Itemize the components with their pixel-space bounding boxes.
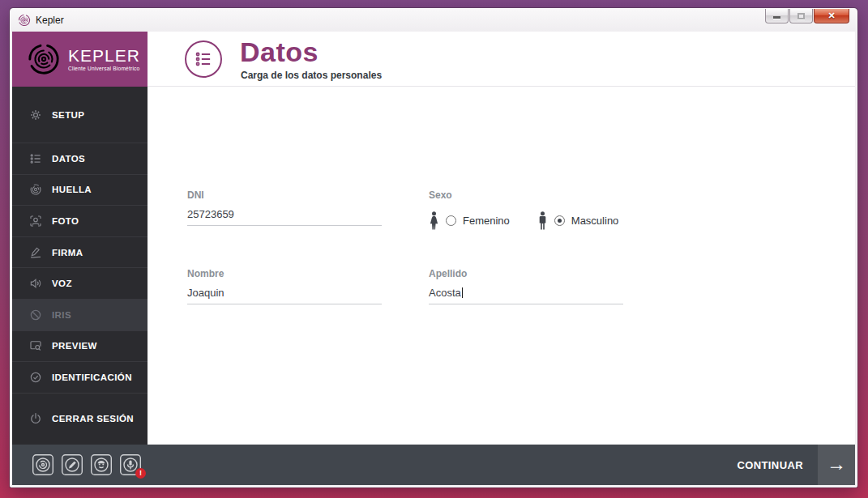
continuar-button[interactable]: CONTINUAR → xyxy=(737,445,855,485)
sidebar-item-label: SETUP xyxy=(52,110,84,120)
blocked-icon xyxy=(28,308,43,322)
sidebar: KEPLER Cliente Universal Biométrico SETU… xyxy=(12,32,148,445)
sidebar-item-label: IDENTIFICACIÓN xyxy=(52,372,132,382)
sidebar-item-label: HUELLA xyxy=(52,185,92,194)
minimize-button[interactable] xyxy=(765,9,789,23)
titlebar[interactable]: Kepler ✕ xyxy=(11,9,857,32)
continuar-arrow-box[interactable]: → xyxy=(818,445,855,485)
sidebar-item-preview[interactable]: PREVIEW xyxy=(12,330,148,362)
sidebar-menu: SETUPDATOSHUELLAFOTOFIRMAVOZIRISPREVIEWI… xyxy=(12,87,148,445)
brand-text: KEPLER Cliente Universal Biométrico xyxy=(68,47,140,72)
app-fingerprint-icon xyxy=(18,14,31,27)
sexo-option-label: Femenino xyxy=(463,215,510,227)
sidebar-item-huella[interactable]: HUELLA xyxy=(12,174,148,206)
dni-label: DNI xyxy=(187,189,382,201)
sidebar-item-label: FIRMA xyxy=(52,248,83,258)
page-title: Datos xyxy=(240,36,319,68)
radio-dot xyxy=(558,219,562,223)
sidebar-item-voz[interactable]: VOZ xyxy=(12,267,148,299)
sexo-label: Sexo xyxy=(429,189,618,201)
page-header: Datos Carga de los datos personales xyxy=(148,32,855,87)
fingerprint-icon xyxy=(28,182,43,197)
alert-badge: ! xyxy=(135,468,146,479)
sidebar-item-label: DATOS xyxy=(52,154,85,164)
dni-field: DNI 25723659 xyxy=(187,189,382,226)
check-circle-icon xyxy=(28,370,43,385)
signature-icon xyxy=(28,245,43,260)
apellido-label: Apellido xyxy=(429,268,623,279)
window-body: KEPLER Cliente Universal Biométrico SETU… xyxy=(12,32,855,485)
sidebar-item-label: CERRAR SESIÓN xyxy=(52,414,134,424)
preview-icon xyxy=(28,338,43,353)
dni-input[interactable]: 25723659 xyxy=(187,208,382,226)
sexo-option-masculino[interactable]: Masculino xyxy=(537,211,619,230)
close-button[interactable]: ✕ xyxy=(814,9,849,23)
camera-device-icon[interactable] xyxy=(90,453,113,476)
continuar-label: CONTINUAR xyxy=(737,459,818,471)
device-status-icons: ! xyxy=(32,453,142,476)
form-area: DNI 25723659 Sexo FemeninoMasculino Nomb… xyxy=(148,87,855,445)
sidebar-item-setup[interactable]: SETUP xyxy=(12,87,148,143)
sidebar-item-cerrar-sesion[interactable]: CERRAR SESIÓN xyxy=(12,393,148,445)
window-controls: ✕ xyxy=(764,9,849,23)
radio-masculino[interactable] xyxy=(554,215,565,226)
text-cursor xyxy=(462,287,463,298)
apellido-field: Apellido Acosta xyxy=(429,268,623,304)
sidebar-item-firma[interactable]: FIRMA xyxy=(12,236,148,268)
brand-tagline: Cliente Universal Biométrico xyxy=(68,66,140,72)
nombre-field: Nombre Joaquin xyxy=(187,268,382,304)
radio-femenino[interactable] xyxy=(446,215,456,226)
desktop-background: { "window": { "title": "Kepler", "close_… xyxy=(0,0,868,498)
apellido-value: Acosta xyxy=(429,287,461,299)
sexo-option-femenino[interactable]: Femenino xyxy=(429,211,510,230)
male-icon xyxy=(537,211,548,230)
brand-logo: KEPLER Cliente Universal Biométrico xyxy=(12,32,148,87)
bottom-bar: ! CONTINUAR → xyxy=(12,445,855,485)
datos-list-icon xyxy=(185,40,222,78)
arrow-right-icon: → xyxy=(827,454,846,474)
brand-name: KEPLER xyxy=(68,47,140,64)
power-icon xyxy=(28,411,43,426)
signature-device-icon[interactable] xyxy=(61,453,83,476)
sidebar-item-identificacion[interactable]: IDENTIFICACIÓN xyxy=(12,361,148,393)
maximize-icon xyxy=(797,13,805,19)
face-scan-icon xyxy=(28,214,43,228)
nombre-input[interactable]: Joaquin xyxy=(187,287,382,304)
sidebar-item-datos[interactable]: DATOS xyxy=(12,143,148,174)
sexo-option-label: Masculino xyxy=(571,215,619,227)
female-icon xyxy=(429,211,439,230)
app-window: Kepler ✕ KEPLER Cliente Universal Biomét… xyxy=(10,8,857,487)
maximize-button[interactable] xyxy=(789,9,813,23)
sexo-group: Sexo FemeninoMasculino xyxy=(429,189,618,230)
close-icon: ✕ xyxy=(827,11,835,20)
sidebar-item-label: FOTO xyxy=(52,216,79,226)
nombre-label: Nombre xyxy=(187,268,382,279)
page-subtitle: Carga de los datos personales xyxy=(241,70,382,81)
main-panel: Datos Carga de los datos personales DNI … xyxy=(148,32,855,445)
microphone-device-icon[interactable]: ! xyxy=(119,453,142,476)
sexo-options: FemeninoMasculino xyxy=(429,211,618,230)
list-icon xyxy=(28,151,43,166)
sidebar-item-foto[interactable]: FOTO xyxy=(12,205,148,236)
kepler-fingerprint-logo-icon xyxy=(27,42,61,76)
voice-icon xyxy=(28,276,43,291)
sidebar-item-label: VOZ xyxy=(52,279,72,288)
gear-icon xyxy=(28,108,43,122)
window-title: Kepler xyxy=(36,15,64,26)
fingerprint-device-icon[interactable] xyxy=(32,453,54,476)
minimize-icon xyxy=(773,16,780,19)
sidebar-item-label: PREVIEW xyxy=(52,341,97,351)
apellido-input[interactable]: Acosta xyxy=(429,287,623,304)
sidebar-item-iris: IRIS xyxy=(12,299,148,330)
sidebar-item-label: IRIS xyxy=(52,310,71,320)
